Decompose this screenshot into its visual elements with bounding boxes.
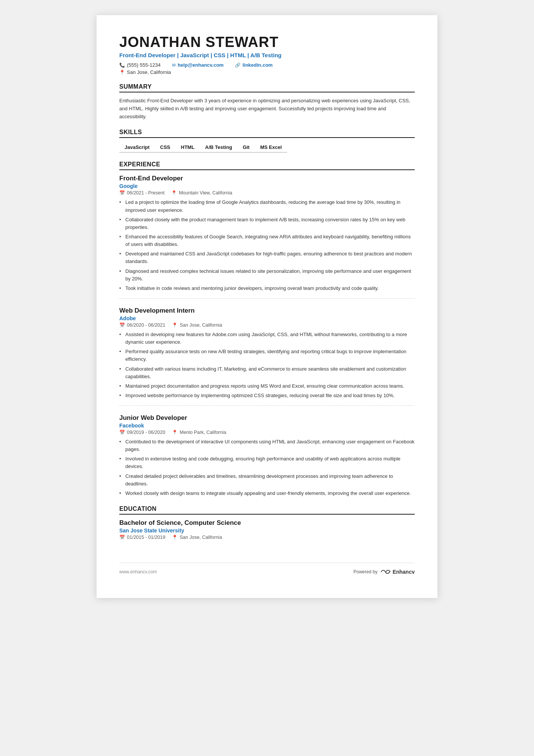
job-date-text: 06/2021 - Present [127,190,164,196]
bullet-item: Contributed to the development of intera… [119,438,415,453]
summary-title: SUMMARY [119,83,415,92]
skills-title: SKILLS [119,129,415,138]
education-title: EDUCATION [119,506,415,515]
email-icon: ✉ [172,63,176,68]
job-location: 📍 San Jose, California [172,322,222,328]
phone-number: (555) 555-1234 [127,62,161,68]
skill-item: MS Excel [255,142,287,153]
linkedin-contact: 🔗 linkedin.com [235,62,272,68]
bullet-item: Took initiative in code reviews and ment… [119,285,415,292]
pin-icon: 📍 [172,430,178,435]
contact-row: 📞 (555) 555-1234 ✉ help@enhancv.com 🔗 li… [119,62,415,68]
bullet-item: Developed and maintained CSS and JavaScr… [119,250,415,265]
bullet-item: Diagnosed and resolved complex technical… [119,268,415,283]
edu-location: 📍 San Jose, California [172,535,222,540]
summary-text: Enthusiastic Front-End Developer with 3 … [119,97,415,121]
job-entry: Web Development InternAdobe 📅 06/2020 - … [119,307,415,406]
bullet-item: Performed quality assurance tests on new… [119,348,415,363]
job-entry: Front-End DeveloperGoogle 📅 06/2021 - Pr… [119,175,415,299]
job-location-text: Mountain View, California [179,190,232,196]
location-icon: 📍 [119,70,125,75]
summary-section: SUMMARY Enthusiastic Front-End Developer… [119,83,415,121]
location-text: San Jose, California [127,69,171,75]
bullet-item: Created detailed project deliverables an… [119,473,415,488]
skill-item: JavaScript [119,142,155,153]
job-date-text: 09/2019 - 06/2020 [127,430,165,435]
resume-page: JONATHAN STEWART Front-End Developer | J… [97,15,437,598]
job-entry: Junior Web DeveloperFacebook 📅 09/2019 -… [119,414,415,497]
candidate-title: Front-End Developer | JavaScript | CSS |… [119,52,415,58]
bullet-item: Assisted in developing new features for … [119,331,415,346]
email-contact: ✉ help@enhancv.com [172,62,224,68]
bullet-item: Collaborated with various teams includin… [119,365,415,380]
edu-degree: Bachelor of Science, Computer Science [119,519,415,527]
calendar-icon: 📅 [119,430,125,435]
job-location-text: San Jose, California [180,322,222,328]
skills-section: SKILLS JavaScriptCSSHTMLA/B TestingGitMS… [119,129,415,153]
skill-item: HTML [176,142,200,153]
job-title: Junior Web Developer [119,414,415,422]
link-icon: 🔗 [235,63,240,68]
edu-meta: 📅 01/2015 - 01/2019 📍 San Jose, Californ… [119,535,415,540]
job-title: Front-End Developer [119,175,415,182]
job-bullets: Contributed to the development of intera… [119,438,415,497]
bullet-item: Enhanced the accessibility features of G… [119,233,415,248]
job-title: Web Development Intern [119,307,415,315]
powered-by-text: Powered by [353,569,377,574]
pin-icon: 📍 [172,322,178,328]
skill-item: A/B Testing [200,142,237,153]
linkedin-link[interactable]: linkedin.com [242,62,272,68]
job-date: 📅 06/2021 - Present [119,190,164,196]
bullet-item: Worked closely with design teams to inte… [119,490,415,497]
bullet-item: Led a project to optimize the loading ti… [119,199,415,214]
job-location-text: Menlo Park, California [180,430,226,435]
job-location: 📍 Mountain View, California [171,190,232,196]
bullet-item: Improved website performance by implemen… [119,392,415,399]
bullet-item: Involved in extensive testing and code d… [119,455,415,470]
bullet-item: Maintained project documentation and pro… [119,382,415,390]
company-name: Facebook [119,423,415,429]
edu-date: 📅 01/2015 - 01/2019 [119,535,165,540]
education-container: Bachelor of Science, Computer Science Sa… [119,519,415,540]
footer-website: www.enhancv.com [119,569,157,574]
job-meta: 📅 09/2019 - 06/2020 📍 Menlo Park, Califo… [119,430,415,435]
edu-school: San Jose State University [119,527,415,534]
job-bullets: Led a project to optimize the loading ti… [119,199,415,292]
location-row: 📍 San Jose, California [119,69,415,75]
skills-list: JavaScriptCSSHTMLA/B TestingGitMS Excel [119,142,415,153]
enhancv-logo: Enhancv [381,568,415,575]
job-date-text: 06/2020 - 06/2021 [127,322,165,328]
job-date: 📅 09/2019 - 06/2020 [119,430,165,435]
phone-contact: 📞 (555) 555-1234 [119,62,161,68]
candidate-name: JONATHAN STEWART [119,34,415,50]
job-meta: 📅 06/2020 - 06/2021 📍 San Jose, Californ… [119,322,415,328]
jobs-container: Front-End DeveloperGoogle 📅 06/2021 - Pr… [119,175,415,497]
phone-icon: 📞 [119,63,125,68]
job-divider [119,405,415,406]
company-name: Google [119,183,415,189]
pin-icon: 📍 [171,190,177,196]
header: JONATHAN STEWART Front-End Developer | J… [119,34,415,75]
skill-item: Git [237,142,255,153]
bullet-item: Collaborated closely with the product ma… [119,216,415,231]
enhancv-icon [381,568,391,575]
job-divider [119,298,415,299]
job-location: 📍 Menlo Park, California [172,430,226,435]
email-link[interactable]: help@enhancv.com [178,62,224,68]
calendar-icon: 📅 [119,535,125,540]
experience-title: EXPERIENCE [119,161,415,170]
footer-brand: Powered by Enhancv [353,568,415,575]
skill-item: CSS [155,142,176,153]
job-date: 📅 06/2020 - 06/2021 [119,322,165,328]
job-bullets: Assisted in developing new features for … [119,331,415,399]
edu-date-text: 01/2015 - 01/2019 [127,535,165,540]
job-meta: 📅 06/2021 - Present 📍 Mountain View, Cal… [119,190,415,196]
education-section: EDUCATION Bachelor of Science, Computer … [119,506,415,540]
edu-location-text: San Jose, California [180,535,222,540]
calendar-icon: 📅 [119,190,125,196]
company-name: Adobe [119,315,415,321]
pin-icon: 📍 [172,535,178,540]
education-entry: Bachelor of Science, Computer Science Sa… [119,519,415,540]
experience-section: EXPERIENCE Front-End DeveloperGoogle 📅 0… [119,161,415,497]
brand-name: Enhancv [393,569,415,575]
